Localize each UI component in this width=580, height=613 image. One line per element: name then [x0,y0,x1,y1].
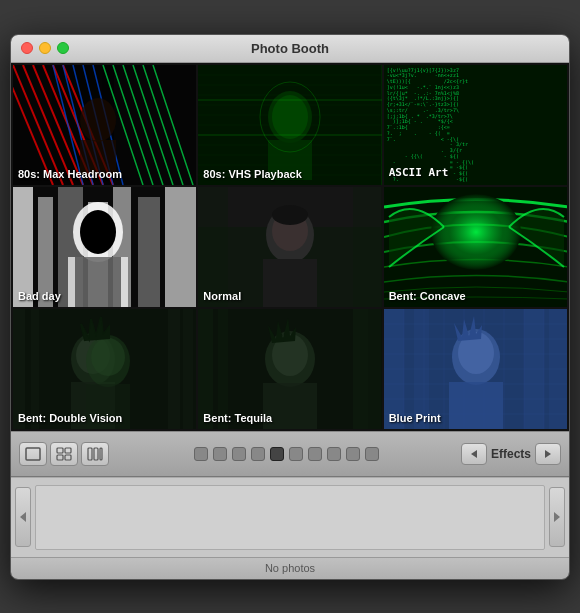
blueprint-visual [384,309,567,429]
svg-rect-57 [198,187,228,307]
svg-rect-69 [31,309,39,429]
filmstrip-area [11,477,569,557]
svg-rect-20 [80,140,116,175]
svg-rect-35 [268,140,312,180]
doublevision-visual [13,309,196,429]
scroll-right-icon [553,512,561,522]
photo-cell-normal[interactable]: Normal [198,187,381,307]
svg-marker-114 [554,512,560,522]
svg-rect-104 [57,448,63,453]
window-title: Photo Booth [251,41,329,56]
svg-rect-98 [449,382,503,429]
tequila-visual [198,309,381,429]
svg-rect-45 [138,197,160,307]
dot-2[interactable] [213,447,227,461]
svg-rect-67 [86,384,130,429]
svg-rect-105 [65,448,71,453]
svg-rect-78 [353,309,368,429]
strip-view-icon [87,447,103,461]
svg-point-19 [80,98,116,142]
svg-rect-50 [75,257,121,307]
photo-cell-ascii[interactable]: [{v!\uu?7j1{v}[7{J})>3z7 -vu<*3j?v. -nn<… [384,65,567,185]
svg-rect-106 [57,455,63,460]
photo-grid: 80s: Max Headroom [11,63,569,431]
effects-label: Effects [491,447,531,461]
filmstrip-scroll-right[interactable] [549,487,565,547]
view-single-button[interactable] [19,442,47,466]
svg-rect-71 [183,309,193,429]
maximize-button[interactable] [57,42,69,54]
minimize-button[interactable] [39,42,51,54]
titlebar: Photo Booth [11,35,569,63]
photo-cell-blueprint[interactable]: Blue Print [384,309,567,429]
svg-rect-46 [165,187,196,307]
prev-icon [469,449,479,459]
svg-point-34 [272,95,308,139]
page-dots [119,447,455,461]
next-button[interactable] [535,443,561,465]
svg-rect-79 [368,309,381,429]
headroom-visual [13,65,196,185]
view-grid-button[interactable] [50,442,78,466]
filmstrip-scroll-left[interactable] [15,487,31,547]
concave-visual [384,187,567,307]
toolbar: Effects [11,431,569,477]
photo-cell-tequila[interactable]: Bent: Tequila [198,309,381,429]
photo-cell-headroom[interactable]: 80s: Max Headroom [13,65,196,185]
view-button-group [19,442,109,466]
dot-8[interactable] [327,447,341,461]
svg-rect-68 [13,309,25,429]
dot-1[interactable] [194,447,208,461]
svg-rect-110 [100,448,102,460]
svg-rect-70 [168,309,180,429]
dot-4[interactable] [251,447,265,461]
svg-rect-108 [88,448,92,460]
app-window: Photo Booth [10,34,570,580]
grid-view-icon [56,447,72,461]
svg-point-48 [80,210,116,254]
svg-point-60 [431,194,521,270]
ascii-content: [{v!\uu?7j1{v}[7{J})>3z7 -vu<*3j?v. -nn<… [384,65,567,185]
svg-rect-103 [26,448,40,460]
photo-cell-badday[interactable]: Bad day [13,187,196,307]
dot-9[interactable] [346,447,360,461]
svg-rect-99 [384,309,404,429]
status-text: No photos [265,562,315,574]
svg-rect-56 [263,259,317,307]
svg-rect-41 [38,197,53,307]
svg-marker-113 [20,512,26,522]
dot-5[interactable] [270,447,284,461]
dot-10[interactable] [365,447,379,461]
next-icon [543,449,553,459]
svg-rect-100 [414,309,429,429]
svg-rect-58 [353,187,381,307]
photo-cell-vhs[interactable]: 80s: VHS Playback [198,65,381,185]
svg-point-55 [272,205,308,225]
prev-button[interactable] [461,443,487,465]
svg-rect-109 [94,448,98,460]
svg-rect-75 [263,383,317,429]
svg-marker-111 [471,450,477,458]
photo-cell-doublevision[interactable]: Bent: Double Vision [13,309,196,429]
badday-visual [13,187,196,307]
svg-rect-102 [549,309,567,429]
close-button[interactable] [21,42,33,54]
svg-rect-101 [524,309,544,429]
traffic-lights [21,42,69,54]
statusbar: No photos [11,557,569,579]
dot-6[interactable] [289,447,303,461]
photo-cell-concave[interactable]: Bent: Concave [384,187,567,307]
svg-rect-40 [13,187,33,307]
effects-group: Effects [461,443,561,465]
svg-point-66 [91,338,125,376]
filmstrip-inner [35,485,545,550]
svg-rect-77 [218,309,228,429]
svg-marker-112 [545,450,551,458]
dot-7[interactable] [308,447,322,461]
scroll-left-icon [19,512,27,522]
view-strip-button[interactable] [81,442,109,466]
vhs-visual [198,65,381,185]
dot-3[interactable] [232,447,246,461]
normal-visual [198,187,381,307]
svg-rect-76 [198,309,213,429]
